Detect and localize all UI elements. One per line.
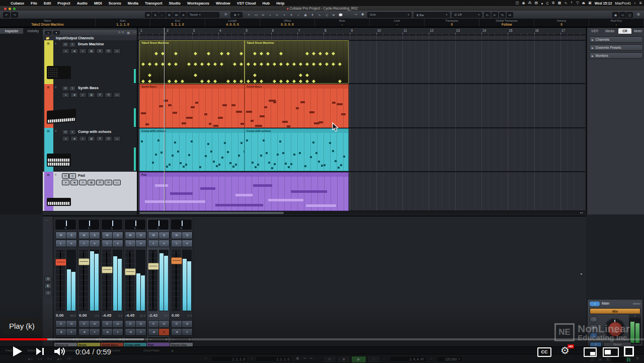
record-enable-icon[interactable]: ●: [62, 180, 69, 185]
tab-inspector[interactable]: Inspector: [0, 28, 23, 34]
track-solo-button[interactable]: S: [69, 86, 76, 91]
menu-item[interactable]: File: [31, 1, 37, 6]
snap-type-icon[interactable]: ✱: [359, 12, 366, 18]
track-mute-button[interactable]: M: [62, 173, 69, 179]
channel-edit-button[interactable]: e: [135, 240, 146, 247]
menubar-status-icon[interactable]: ▣: [588, 1, 592, 5]
menubar-status-icon[interactable]: ⇡: [570, 1, 573, 5]
lane-icon[interactable]: ▭: [113, 92, 121, 98]
youtube-play-icon[interactable]: [12, 345, 23, 357]
channel-record-button[interactable]: ●: [89, 328, 100, 336]
read-automation-button[interactable]: R: [78, 320, 90, 328]
move-tool-button[interactable]: ✥▾: [230, 12, 243, 18]
tab-meter[interactable]: Meter: [631, 28, 644, 34]
tool-icon-4[interactable]: ✂: [274, 12, 281, 18]
write-automation-button[interactable]: W: [135, 320, 146, 328]
channel-monitor-button[interactable]: ◀: [125, 328, 136, 336]
channel-monitor-button[interactable]: ◀: [102, 328, 113, 336]
track-mute-button[interactable]: M: [62, 86, 69, 91]
menubar-list-icon[interactable]: ≣: [639, 1, 642, 5]
channel-monitor-button[interactable]: ◀: [148, 328, 159, 336]
midi-clip-comp[interactable]: Comp with echoes: [245, 128, 349, 171]
channel-listen-button[interactable]: L: [102, 240, 113, 247]
channel-record-button[interactable]: ●: [158, 328, 170, 336]
youtube-next-icon[interactable]: [36, 347, 45, 355]
read-automation-button[interactable]: R: [55, 320, 66, 328]
tab-visibility[interactable]: Visibility: [23, 28, 43, 34]
channel-record-button[interactable]: ●: [182, 328, 193, 336]
mixer-channel-drum-machine[interactable]: CMSLe0.00-0.3RW◀●∞1Drum Machine: [77, 219, 101, 347]
tool-icon-11[interactable]: ◁: [323, 12, 330, 18]
horizontal-scrollbar[interactable]: ◂ ▸: [138, 211, 585, 214]
menu-item[interactable]: Transport: [145, 1, 163, 6]
midi-clip-pad[interactable]: Pad: [139, 172, 349, 211]
monitor-icon[interactable]: ◀: [70, 48, 78, 54]
channel-solo-button[interactable]: S: [112, 232, 123, 239]
channel-monitor-button[interactable]: ◀: [171, 328, 182, 336]
lane-icon[interactable]: ▭: [113, 180, 121, 185]
track-presets-dropdown[interactable]: ▾: [53, 31, 60, 35]
channel-fader[interactable]: [171, 250, 192, 311]
menu-item[interactable]: Help: [276, 1, 284, 6]
youtube-volume-icon[interactable]: [54, 347, 67, 356]
menubar-status-icon[interactable]: ⚙: [552, 1, 555, 5]
menu-item[interactable]: Hub: [263, 1, 270, 6]
mix-source-button[interactable]: Mix: [590, 308, 640, 314]
automation-s-button[interactable]: S: [152, 12, 158, 18]
cr-section-downmix-presets[interactable]: ▶Downmix Presets: [589, 44, 643, 51]
mixer-view-icon-2[interactable]: ◧: [44, 283, 52, 289]
youtube-fullscreen-icon[interactable]: [624, 346, 634, 356]
channel-record-button[interactable]: ●: [112, 328, 123, 336]
tool-icon-2[interactable]: ✏: [260, 12, 267, 18]
track-name[interactable]: Synth Bass: [78, 86, 99, 90]
grid-type-dropdown[interactable]: Grid▾: [367, 12, 412, 18]
edit-channel-icon[interactable]: e: [79, 92, 87, 98]
read-automation-button[interactable]: R: [125, 320, 136, 328]
read-automation-button[interactable]: R: [148, 320, 159, 328]
tool-icon-1[interactable]: ▭: [253, 12, 260, 18]
undo-icon[interactable]: ↶: [3, 12, 10, 18]
track-solo-button[interactable]: S: [69, 173, 76, 179]
info-field[interactable]: Length 4. 0. 0. 0: [205, 19, 260, 27]
zone-scroll-arrow-icon[interactable]: ◂: [580, 272, 582, 276]
pan-control[interactable]: C: [171, 220, 192, 230]
channel-listen-button[interactable]: L: [148, 240, 159, 247]
tab-vsti[interactable]: VSTi: [588, 28, 601, 34]
menu-item[interactable]: Cubase: [11, 1, 24, 6]
monitor-speaker-icon[interactable]: ◖: [590, 302, 600, 306]
edit-channel-icon[interactable]: e: [79, 180, 87, 185]
write-automation-button[interactable]: W: [66, 320, 77, 328]
track-name[interactable]: Drum Machine: [78, 42, 104, 46]
window-layout-right-icon[interactable]: ◫: [626, 12, 633, 18]
menubar-status-icon[interactable]: ⏏: [582, 1, 586, 5]
edit-channel-icon[interactable]: e: [79, 136, 87, 141]
monitor-icon[interactable]: ◀: [70, 180, 78, 185]
write-automation-button[interactable]: W: [112, 320, 123, 328]
tool-icon-5[interactable]: ⌖: [281, 12, 288, 18]
tab-cr[interactable]: CR: [618, 28, 631, 34]
track-name[interactable]: Pad: [78, 173, 85, 178]
mixer-channel-stereo-out[interactable]: CMSLe0.00-0.4RW◀●∞1Stereo Out: [170, 219, 193, 347]
window-layout-bottom-icon[interactable]: ▭: [619, 12, 626, 18]
channel-mute-button[interactable]: M: [55, 232, 66, 239]
channel-volume-value[interactable]: 0.00: [56, 313, 64, 318]
menubar-status-icon[interactable]: ∿: [564, 1, 567, 5]
setup-gear-icon[interactable]: ⚙: [635, 12, 642, 18]
mixer-view-icon-3[interactable]: ≡: [44, 290, 52, 296]
grid-bar-dropdown[interactable]: ⋕ Bar▾: [414, 12, 450, 18]
tool-icon-7[interactable]: ⌕: [295, 12, 302, 18]
info-field[interactable]: Mute -: [315, 19, 370, 27]
channel-solo-button[interactable]: S: [135, 232, 146, 239]
mixer-channel-synth-bass[interactable]: CMSLe-4.45-3.6RW◀●∞2Synth Bass: [101, 219, 124, 347]
midi-clip-comp[interactable]: Comp with echoes: [139, 128, 245, 171]
menubar-status-icon[interactable]: ▽: [576, 1, 579, 5]
write-automation-icon[interactable]: W: [105, 48, 112, 54]
mixer-channel-comp-with-echoes[interactable]: CMSLe-4.45-10.4RW◀●∞3Comp with echoes: [124, 219, 147, 347]
channel-volume-value[interactable]: 0.00: [79, 313, 87, 318]
toolbar-right-icon-3[interactable]: ≔: [507, 12, 513, 18]
info-field[interactable]: Velocity 0: [534, 19, 589, 27]
channel-fader[interactable]: [55, 250, 76, 311]
snap-icon[interactable]: ⊸: [352, 12, 359, 18]
channel-edit-button[interactable]: e: [66, 240, 77, 247]
record-enable-icon[interactable]: ●: [62, 136, 69, 141]
